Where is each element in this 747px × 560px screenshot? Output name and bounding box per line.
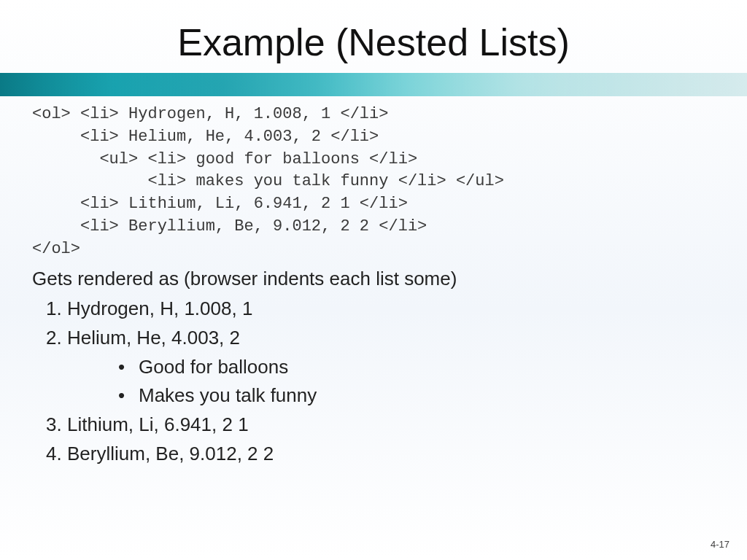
rendered-list: Hydrogen, H, 1.008, 1 Helium, He, 4.003,…: [67, 295, 715, 467]
code-line: <li> Helium, He, 4.003, 2 </li>: [32, 128, 379, 146]
code-line: <li> makes you talk funny </li> </ul>: [32, 172, 504, 190]
list-item-label: Good for balloons: [139, 356, 288, 378]
code-line: <ul> <li> good for balloons </li>: [32, 150, 417, 168]
list-item-label: Makes you talk funny: [139, 384, 317, 406]
slide: Example (Nested Lists) <ol> <li> Hydroge…: [0, 0, 747, 560]
code-line: </ol>: [32, 240, 80, 258]
nested-list: Good for balloons Makes you talk funny: [118, 354, 715, 410]
code-line: <ol> <li> Hydrogen, H, 1.008, 1 </li>: [32, 105, 388, 123]
list-item-label: Helium, He, 4.003, 2: [67, 327, 240, 349]
slide-content: <ol> <li> Hydrogen, H, 1.008, 1 </li> <l…: [0, 96, 747, 467]
slide-title: Example (Nested Lists): [0, 0, 747, 73]
explain-text: Gets rendered as (browser indents each l…: [32, 265, 715, 293]
code-line: <li> Lithium, Li, 6.941, 2 1 </li>: [32, 195, 408, 213]
list-item: Helium, He, 4.003, 2 Good for balloons M…: [67, 324, 715, 410]
list-item: Good for balloons: [118, 354, 715, 381]
list-item: Hydrogen, H, 1.008, 1: [67, 295, 715, 323]
list-item: Beryllium, Be, 9.012, 2 2: [67, 440, 715, 468]
code-line: <li> Beryllium, Be, 9.012, 2 2 </li>: [32, 217, 427, 236]
code-block: <ol> <li> Hydrogen, H, 1.008, 1 </li> <l…: [32, 104, 715, 261]
page-number: 4-17: [711, 539, 729, 550]
decorative-band: [0, 73, 747, 96]
list-item: Lithium, Li, 6.941, 2 1: [67, 411, 715, 439]
list-item: Makes you talk funny: [118, 382, 715, 410]
